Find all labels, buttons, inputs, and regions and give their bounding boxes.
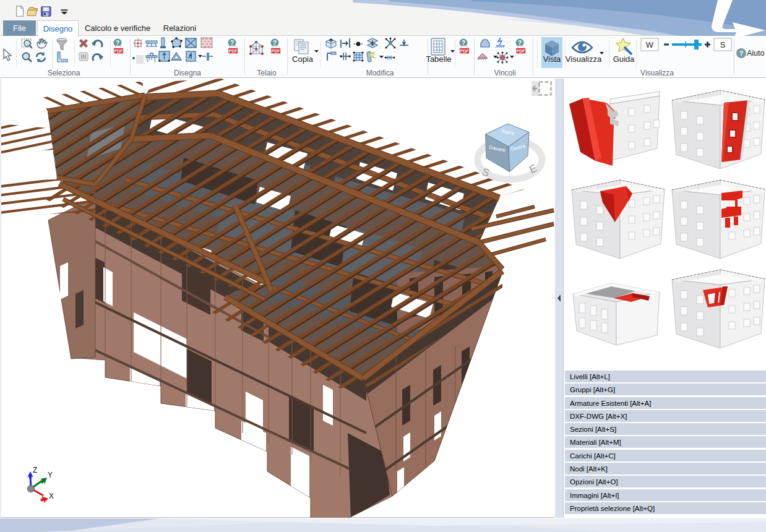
svg-text:?: ? bbox=[273, 40, 277, 46]
svg-text:Aiuto: Aiuto bbox=[747, 49, 765, 58]
svg-text:PDF: PDF bbox=[229, 49, 238, 53]
svg-text:X: X bbox=[49, 492, 54, 500]
svg-text:Y: Y bbox=[48, 471, 53, 479]
svg-text:Copia: Copia bbox=[292, 54, 314, 64]
svg-text:Vista: Vista bbox=[543, 54, 561, 64]
svg-text:?: ? bbox=[230, 40, 234, 46]
svg-text:?: ? bbox=[462, 40, 465, 46]
svg-text:Visualizza: Visualizza bbox=[566, 54, 602, 64]
svg-text:S: S bbox=[720, 40, 726, 49]
svg-text:PDF: PDF bbox=[272, 49, 281, 53]
svg-text:?: ? bbox=[116, 40, 119, 46]
svg-text:PDF: PDF bbox=[114, 49, 124, 53]
svg-text:Z: Z bbox=[33, 466, 37, 474]
svg-text:W: W bbox=[646, 40, 654, 49]
svg-text:PDF: PDF bbox=[460, 49, 470, 53]
svg-text:PDF: PDF bbox=[517, 49, 526, 53]
svg-text:Guida: Guida bbox=[613, 54, 635, 64]
svg-text:?: ? bbox=[518, 40, 522, 46]
svg-text:Tabelle: Tabelle bbox=[426, 54, 451, 64]
svg-text:?: ? bbox=[739, 49, 744, 57]
